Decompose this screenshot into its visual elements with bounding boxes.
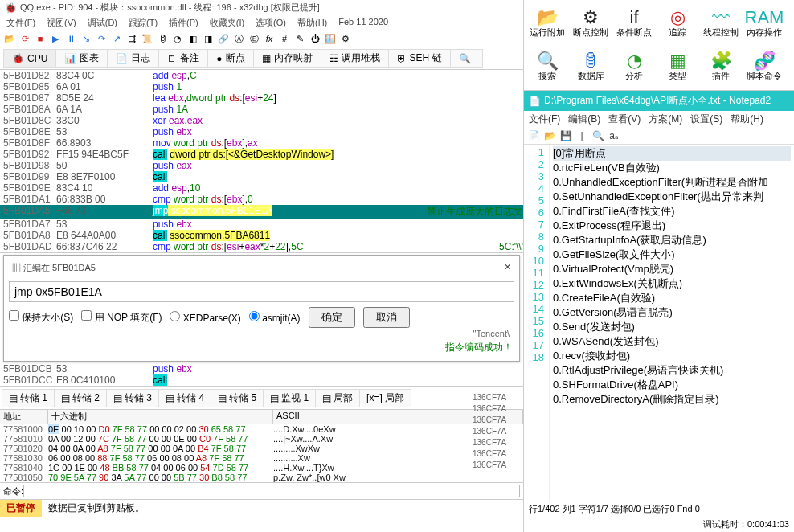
stop-icon[interactable]: ■ bbox=[34, 32, 47, 45]
disassembly-view[interactable]: 5FB01D8283C4 0Cadd esp,C5FB01D856A 01pus… bbox=[0, 70, 523, 253]
np-zoom-icon[interactable]: 🔍 bbox=[591, 129, 604, 142]
menu-item[interactable]: 选项(O) bbox=[256, 17, 286, 29]
keep-size-checkbox[interactable]: 保持大小(S) bbox=[9, 310, 73, 325]
close-icon[interactable]: ✕ bbox=[504, 262, 511, 274]
menu-item[interactable]: 视图(V) bbox=[47, 17, 76, 29]
cube-icon[interactable]: ◧ bbox=[186, 32, 199, 45]
plugin-button[interactable]: ▦类型 bbox=[656, 45, 699, 88]
cmd-label: 命令: bbox=[3, 485, 23, 497]
open-icon[interactable]: 📂 bbox=[3, 32, 16, 45]
dump-tab[interactable]: ▤监视 1 bbox=[263, 389, 316, 407]
np-save-icon[interactable]: 💾 bbox=[559, 129, 572, 142]
view-tab[interactable]: 📊图表 bbox=[55, 49, 108, 68]
np-menu-item[interactable]: 查看(V) bbox=[608, 113, 641, 126]
disassembly-extra[interactable]: 5FB01DCB53push ebx5FB01DCCE8 0C410100cal… bbox=[0, 363, 523, 387]
dump-tab[interactable]: ▤转储 4 bbox=[158, 389, 211, 407]
trace-icon[interactable]: ⇶ bbox=[125, 32, 138, 45]
file-icon: 📄 bbox=[529, 96, 541, 107]
view-tab[interactable]: ●断点 bbox=[207, 49, 253, 68]
np-status-left: 行1/402 列1 字符1/7 选择0/0 已选行0 Fnd 0 bbox=[529, 503, 700, 515]
view-tab[interactable]: ▦内存映射 bbox=[253, 49, 321, 68]
pause-icon[interactable]: ⏸ bbox=[64, 32, 77, 45]
dot-icon[interactable]: ✎ bbox=[293, 32, 306, 45]
view-tab[interactable]: 📄日志 bbox=[107, 49, 159, 68]
plugin-button[interactable]: if条件断点 bbox=[612, 2, 656, 45]
off-icon[interactable]: ⏻ bbox=[309, 32, 321, 45]
np-menu-item[interactable]: 编辑(B) bbox=[568, 113, 600, 126]
plugin-button[interactable]: 🔍搜索 bbox=[526, 45, 569, 88]
dump-tab[interactable]: ▤转储 5 bbox=[211, 389, 264, 407]
info-line: "Tencent\ bbox=[9, 328, 514, 339]
nop-fill-checkbox[interactable]: 用 NOP 填充(F) bbox=[81, 310, 162, 325]
step-into-icon[interactable]: ↘ bbox=[80, 32, 92, 45]
menu-item[interactable]: 插件(P) bbox=[169, 17, 198, 29]
np-menu-item[interactable]: 文件(F) bbox=[529, 113, 560, 126]
status-paused: 已暂停 bbox=[0, 500, 42, 517]
view-tab[interactable]: 🔍 bbox=[450, 49, 483, 68]
dump-tab[interactable]: ▤转储 3 bbox=[106, 389, 159, 407]
plugin-button[interactable]: 〰线程控制 bbox=[699, 2, 743, 45]
gear-icon[interactable]: ⚙ bbox=[339, 32, 352, 45]
fx-icon[interactable]: fx bbox=[263, 32, 276, 45]
step-over-icon[interactable]: ↷ bbox=[95, 32, 108, 45]
asm-input[interactable] bbox=[9, 281, 514, 302]
view-tabs: 🐞CPU📊图表📄日志🗒备注●断点▦内存映射☷调用堆栈⛨SEH 链🔍 bbox=[0, 47, 523, 70]
xedparse-radio[interactable]: XEDParse(X) bbox=[170, 311, 240, 324]
ok-button[interactable]: 确定 bbox=[309, 307, 355, 328]
notepad2-menu: 文件(F)编辑(B)查看(V)方案(M)设置(S)帮助(H) bbox=[524, 111, 794, 128]
script-icon[interactable]: 📜 bbox=[141, 32, 153, 45]
plugin-button[interactable]: 🛢数据库 bbox=[569, 45, 612, 88]
plugin-button[interactable]: 🧩插件 bbox=[699, 45, 743, 88]
cube2-icon[interactable]: ◨ bbox=[202, 32, 215, 45]
menu-item[interactable]: Feb 11 2020 bbox=[338, 17, 388, 29]
dump-tab[interactable]: ▤转储 1 bbox=[2, 389, 55, 407]
notepad2-title: 📄 D:\Program Files\x64dbg\API断点小全.txt - … bbox=[524, 91, 794, 111]
restart-icon[interactable]: ⟳ bbox=[18, 32, 31, 45]
x32dbg-title: 🐞 QQ.exe - PID: 904 - 模块：ssocommon.dll -… bbox=[0, 0, 523, 15]
cancel-button[interactable]: 取消 bbox=[363, 307, 410, 328]
np-new-icon[interactable]: 📄 bbox=[527, 129, 540, 142]
toolbar: 📂 ⟳ ■ ▶ ⏸ ↘ ↷ ↗ ⇶ 📜 🛢 ◔ ◧ ◨ 🔗 Ⓐ Ⓔ fx # ✎… bbox=[0, 31, 523, 47]
step-out-icon[interactable]: ↗ bbox=[110, 32, 123, 45]
menu-item[interactable]: 文件(F) bbox=[6, 17, 35, 29]
np-status-right: 调试耗时：0:00:41:03 bbox=[703, 518, 789, 530]
np-menu-item[interactable]: 设置(S) bbox=[690, 113, 722, 126]
plugin-button[interactable]: 📂运行附加 bbox=[526, 2, 569, 45]
np-menu-item[interactable]: 方案(M) bbox=[649, 113, 682, 126]
dump-tab[interactable]: ▤局部 bbox=[315, 389, 360, 407]
menu-item[interactable]: 跟踪(T) bbox=[129, 17, 158, 29]
plugin-button[interactable]: ⚙断点控制 bbox=[569, 2, 612, 45]
cmd-input[interactable] bbox=[23, 485, 520, 497]
menu-item[interactable]: 收藏夹(I) bbox=[210, 17, 244, 29]
run-icon[interactable]: ▶ bbox=[49, 32, 62, 45]
a-icon[interactable]: Ⓐ bbox=[232, 32, 245, 45]
plugin-button[interactable]: ◔分析 bbox=[612, 45, 656, 88]
e-icon[interactable]: Ⓔ bbox=[248, 32, 260, 45]
bug-icon: 🐞 bbox=[5, 2, 17, 14]
dump-more[interactable]: [x=] 局部 bbox=[359, 389, 411, 407]
hash-icon[interactable]: # bbox=[278, 32, 291, 45]
view-tab[interactable]: 🗒备注 bbox=[158, 49, 208, 68]
link-icon[interactable]: 🔗 bbox=[217, 32, 230, 45]
dump-tab[interactable]: ▤转储 2 bbox=[54, 389, 107, 407]
plugin-button[interactable]: RAM内存操作 bbox=[743, 2, 786, 45]
asmjit-radio[interactable]: asmjit(A) bbox=[249, 311, 301, 324]
hexdump[interactable]: 775810000E 00 10 00 D0 7F 58 77 00 00 02… bbox=[0, 424, 523, 482]
hex-header: 地址 十六进制 ASCII bbox=[0, 410, 523, 424]
menu-item[interactable]: 帮助(H) bbox=[297, 17, 327, 29]
window-icon[interactable]: 🪟 bbox=[324, 32, 337, 45]
notepad2-editor[interactable]: [0]常用断点0.rtcFileLen(VB自效验)0.UnhandledExc… bbox=[550, 145, 794, 501]
view-tab[interactable]: 🐞CPU bbox=[3, 49, 56, 68]
np-abc-icon[interactable]: aₐ bbox=[608, 129, 620, 142]
np-open-icon[interactable]: 📂 bbox=[543, 129, 556, 142]
db-icon[interactable]: 🛢 bbox=[156, 32, 169, 45]
analysis-icon[interactable]: ◔ bbox=[171, 32, 184, 45]
plugin-button[interactable]: ◎追踪 bbox=[656, 2, 699, 45]
dump-tabs: ▤转储 1▤转储 2▤转储 3▤转储 4▤转储 5▤监视 1▤局部[x=] 局部 bbox=[0, 387, 523, 410]
page-icon: ▥ bbox=[12, 263, 21, 272]
view-tab[interactable]: ☷调用堆栈 bbox=[321, 49, 389, 68]
plugin-button[interactable]: 🧬脚本命令 bbox=[743, 45, 786, 88]
view-tab[interactable]: ⛨SEH 链 bbox=[388, 49, 451, 68]
menu-item[interactable]: 调试(D) bbox=[88, 17, 117, 29]
np-menu-item[interactable]: 帮助(H) bbox=[731, 113, 763, 126]
